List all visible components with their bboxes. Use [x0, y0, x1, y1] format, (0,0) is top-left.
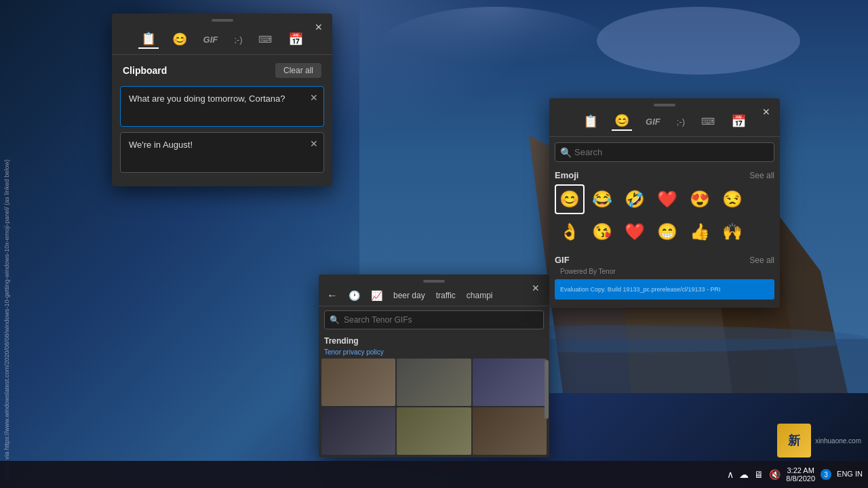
emoji-see-all-button[interactable]: See all: [749, 171, 774, 180]
gif-scrollbar[interactable]: [544, 359, 549, 458]
emoji-cell[interactable]: ❤️: [620, 217, 650, 247]
branding-text: xinhuaone.com: [815, 437, 861, 445]
emoji-close-button[interactable]: ✕: [758, 104, 774, 120]
gif-thumbnail[interactable]: [397, 407, 471, 455]
logo-symbol: 新: [788, 432, 800, 449]
taskbar-time: 3:22 AM: [786, 466, 815, 474]
emoji-section-header: Emoji See all: [555, 170, 774, 180]
clipboard-item-close-button[interactable]: ✕: [310, 92, 318, 103]
clipboard-item[interactable]: We're in August! ✕: [120, 132, 324, 173]
emoji-cell[interactable]: 😁: [652, 217, 682, 247]
emoji-search-input[interactable]: [555, 142, 774, 162]
emoji-panel-gif-section: GIF See all Powered By Tenor Evaluation …: [549, 252, 780, 308]
gif-thumbnail[interactable]: [321, 359, 395, 406]
clipboard-item[interactable]: What are you doing tomorrow, Cortana? ✕: [120, 86, 324, 127]
gif-section-header: GIF See all: [555, 255, 774, 265]
gif-privacy-link[interactable]: Tenor privacy policy: [319, 348, 549, 359]
taskbar-language[interactable]: ENG IN: [837, 470, 863, 479]
emoji-row-1: 😊 😂 🤣 ❤️ 😍 😒: [555, 184, 774, 214]
gif-see-all-button[interactable]: See all: [749, 256, 774, 265]
gif-preview-strip: Evaluation Copy. Build 19133_pc.prerelea…: [555, 279, 774, 300]
clipboard-tab-special[interactable]: ⌨: [256, 33, 275, 46]
xinhuaone-logo: 新: [777, 424, 811, 458]
clipboard-item-close-button[interactable]: ✕: [310, 138, 318, 149]
clipboard-item-text: We're in August!: [129, 140, 193, 150]
gif-panel: ✕ ← 🕐 📈 beer day traffic champi 🔍 Trendi…: [319, 274, 549, 458]
taskbar-notification-badge[interactable]: 3: [821, 469, 831, 480]
emoji-section: Emoji See all 😊 😂 🤣 ❤️ 😍 😒 👌 😘 ❤️ 😁 👍 🙌: [549, 167, 780, 252]
emoji-drag-handle: [654, 104, 675, 106]
gif-thumbnail[interactable]: [321, 407, 395, 455]
gif-search-input[interactable]: [324, 310, 544, 329]
gif-powered-by: Powered By Tenor: [555, 268, 774, 279]
clipboard-close-button[interactable]: ✕: [311, 19, 327, 35]
emoji-tab-special[interactable]: ⌨: [698, 115, 717, 128]
clipboard-tab-gif[interactable]: GIF: [201, 33, 221, 46]
emoji-panel: ✕ 📋 😊 GIF ;-) ⌨ 📅 🔍 Emoji See all 😊 😂 🤣 …: [549, 98, 780, 308]
left-side-text-container: Images via https://www.windowslatest.com…: [0, 14, 31, 447]
taskbar: ∧ ☁ 🖥 🔇 3:22 AM 8/8/2020 3 ENG IN: [0, 461, 868, 488]
taskbar-cloud-icon[interactable]: ☁: [739, 469, 749, 480]
gif-search-container: 🔍: [319, 306, 549, 333]
gif-section-title: GIF: [555, 255, 570, 265]
gif-thumbnail[interactable]: [473, 359, 547, 406]
gif-strip-text: Evaluation Copy. Build 19133_pc.prerelea…: [560, 286, 720, 293]
emoji-cell[interactable]: 😍: [685, 184, 715, 214]
emoji-tab-emoji[interactable]: 😊: [612, 112, 632, 131]
clipboard-tab-kaomoji[interactable]: ;-): [231, 33, 245, 46]
gif-thumbnail[interactable]: [473, 407, 547, 455]
emoji-row-2: 👌 😘 ❤️ 😁 👍 🙌: [555, 217, 774, 247]
emoji-cell[interactable]: 😊: [555, 184, 585, 214]
emoji-cell[interactable]: 😘: [587, 217, 617, 247]
gif-thumbnail[interactable]: [397, 359, 471, 406]
gif-back-button[interactable]: ←: [324, 288, 340, 303]
branding-logo-area: 新 xinhuaone.com: [777, 424, 861, 458]
clipboard-panel-title: Clipboard: [123, 65, 167, 76]
emoji-tab-clipboard[interactable]: 📋: [580, 113, 601, 130]
taskbar-date: 8/8/2020: [786, 474, 815, 483]
gif-trending-icon[interactable]: 📈: [368, 289, 385, 302]
gif-drag-handle: [423, 280, 445, 283]
svg-point-2: [597, 7, 800, 75]
emoji-cell[interactable]: 👌: [555, 217, 585, 247]
clipboard-drag-handle: [212, 19, 233, 22]
gif-search-icon: 🔍: [330, 315, 340, 325]
gif-nav-bar: ← 🕐 📈 beer day traffic champi: [319, 285, 549, 306]
clipboard-tab-clipboard[interactable]: 📋: [138, 30, 159, 49]
emoji-tab-gif[interactable]: GIF: [643, 115, 663, 128]
gif-tag-traffic[interactable]: traffic: [433, 289, 458, 302]
gif-grid: [319, 359, 549, 458]
gif-trending-label: Trending: [319, 333, 549, 348]
clipboard-tab-calendar[interactable]: 📅: [285, 30, 306, 48]
clipboard-items-list: What are you doing tomorrow, Cortana? ✕ …: [112, 83, 332, 186]
emoji-tab-kaomoji[interactable]: ;-): [674, 115, 688, 128]
taskbar-monitor-icon[interactable]: 🖥: [754, 469, 764, 480]
taskbar-volume-icon[interactable]: 🔇: [769, 469, 781, 480]
emoji-tab-bar: 📋 😊 GIF ;-) ⌨ 📅: [549, 109, 780, 137]
gif-tag-champi[interactable]: champi: [464, 289, 496, 302]
emoji-tab-calendar[interactable]: 📅: [728, 113, 749, 130]
gif-history-icon[interactable]: 🕐: [346, 289, 363, 302]
emoji-cell[interactable]: 🙌: [717, 217, 747, 247]
emoji-search-container: 🔍: [549, 137, 780, 167]
emoji-cell[interactable]: 👍: [685, 217, 715, 247]
clipboard-item-text: What are you doing tomorrow, Cortana?: [129, 94, 285, 104]
emoji-search-icon: 🔍: [560, 147, 572, 158]
emoji-cell[interactable]: ❤️: [652, 184, 682, 214]
emoji-section-title: Emoji: [555, 170, 578, 180]
clipboard-tab-bar: 📋 😊 GIF ;-) ⌨ 📅: [112, 24, 332, 55]
clipboard-panel-header: Clipboard Clear all: [112, 55, 332, 83]
emoji-cell[interactable]: 😒: [717, 184, 747, 214]
gif-close-button[interactable]: ✕: [528, 280, 544, 296]
gif-tag-beer-day[interactable]: beer day: [391, 289, 428, 302]
taskbar-chevron[interactable]: ∧: [727, 469, 734, 480]
clipboard-panel: ✕ 📋 😊 GIF ;-) ⌨ 📅 Clipboard Clear all Wh…: [112, 14, 332, 186]
emoji-cell[interactable]: 😂: [587, 184, 617, 214]
taskbar-right: ∧ ☁ 🖥 🔇 3:22 AM 8/8/2020 3 ENG IN: [727, 466, 863, 483]
taskbar-time-display[interactable]: 3:22 AM 8/8/2020: [786, 466, 815, 483]
gif-trending-section: Trending Tenor privacy policy: [319, 333, 549, 359]
clear-all-button[interactable]: Clear all: [275, 63, 321, 78]
emoji-cell[interactable]: 🤣: [620, 184, 650, 214]
clipboard-tab-emoji[interactable]: 😊: [170, 30, 190, 48]
